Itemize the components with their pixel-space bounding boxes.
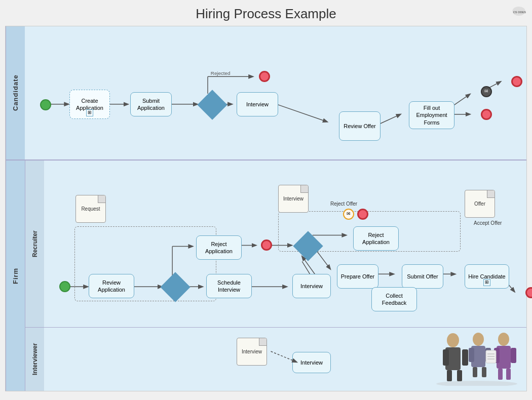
interviewer-label: Interviewer [25,328,44,391]
reject-application-1-node: Reject Application [196,235,242,260]
svg-text:CS ODESSA: CS ODESSA [513,11,526,14]
accept-offer-label: Accept Offer [474,220,502,226]
svg-point-36 [473,333,484,346]
send-event: ✉ [481,86,492,97]
hire-end-event [525,287,532,298]
recruiter-gateway [165,276,186,298]
svg-line-10 [378,114,400,125]
candidate-end-event [511,76,522,87]
submit-application-node: Submit Application [130,92,172,116]
create-application-node: Create Application ⊞ [69,90,110,119]
recruiter-start-event [59,281,70,292]
collect-feedback-node: Collect Feedback [371,287,417,311]
reject-end-event [261,239,272,251]
candidate-gateway [202,94,223,115]
hire-candidate-node: Hire Candidate ⊞ [465,264,509,289]
svg-rect-41 [482,367,486,377]
hire-subprocess-icon: ⊞ [483,279,490,286]
svg-point-42 [498,333,509,346]
candidate-label: Candidate [6,26,25,159]
interview-firm-node: Interview [292,274,331,298]
svg-rect-34 [447,370,452,381]
candidate-interview-node: Interview [237,92,278,116]
recruiter-label: Recruiter [25,161,44,327]
candidate-start-event [40,99,51,110]
reject-offer-msg-event: ✉ [343,209,354,220]
people-illustration [430,325,521,386]
interviewer-interview-node: Interview [292,352,331,373]
fill-employment-node: Fill out Employment Forms [409,101,454,129]
svg-point-30 [447,333,459,347]
candidate-lane: Candidate Rejected [6,26,526,161]
svg-rect-38 [469,348,474,362]
reject-offer-end [357,209,368,220]
svg-rect-40 [473,367,477,377]
reject-application-2-node: Reject Application [353,226,399,251]
review-offer-node: Review Offer [339,111,381,141]
offer-doc: Offer [465,190,495,218]
subprocess-icon: ⊞ [86,109,93,116]
reject-offer-label: Reject Offer [330,201,357,207]
firm-label: Firm [6,161,25,391]
svg-line-9 [277,104,327,122]
rejected-end-event [259,71,270,82]
prepare-offer-node: Prepare Offer [337,264,378,289]
page-title: Hiring Process Example CS ODESSA [0,0,532,26]
interview-doc-interviewer: Interview [237,338,267,366]
recruiter-sublane: Recruiter [25,161,526,328]
logo: CS ODESSA [512,4,526,18]
svg-point-52 [436,381,517,386]
svg-rect-32 [443,349,449,366]
svg-rect-35 [457,370,462,381]
diagram-container: Candidate Rejected [5,26,527,391]
decision-gateway [297,235,319,257]
interview-doc-upper: Interview [278,185,309,213]
request-doc: Request [75,195,106,223]
review-application-node: Review Application [89,274,134,298]
svg-rect-33 [462,349,468,366]
svg-text:Rejected: Rejected [211,70,231,76]
employment-end-event [481,109,492,120]
svg-rect-46 [498,369,503,380]
submit-offer-node: Submit Offer [402,264,443,289]
schedule-interview-node: Schedule Interview [206,274,252,298]
svg-rect-45 [511,348,516,363]
firm-lane: Firm Recruiter [6,161,526,391]
svg-rect-47 [506,369,511,380]
